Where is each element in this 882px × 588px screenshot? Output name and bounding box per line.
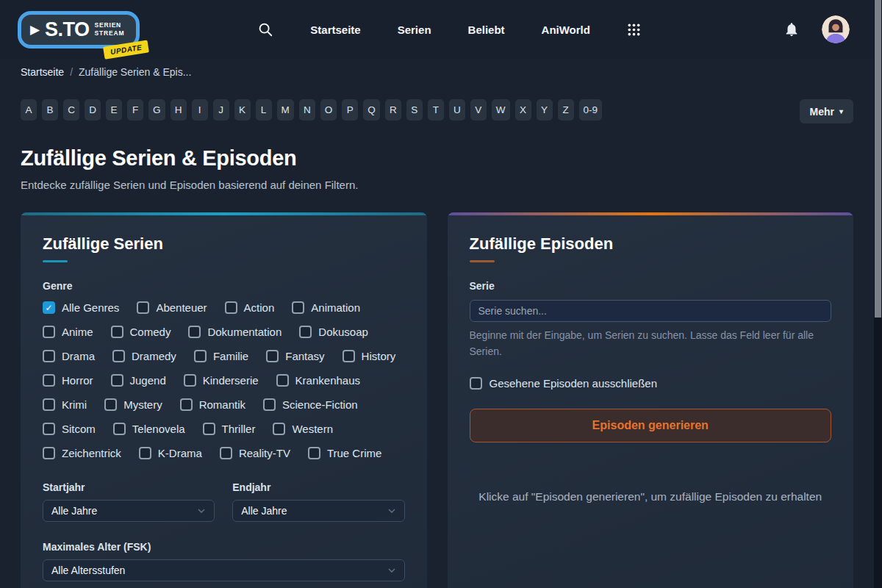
genre-checkbox-fantasy[interactable]: Fantasy	[266, 350, 324, 362]
breadcrumb-separator: /	[70, 66, 73, 78]
alphabet-button-g[interactable]: G	[148, 99, 165, 121]
nav-item-startseite[interactable]: Startseite	[310, 24, 360, 36]
genre-label: Genre	[43, 280, 405, 292]
genre-checkbox-jugend[interactable]: Jugend	[111, 374, 166, 387]
genre-checkbox-familie[interactable]: Familie	[194, 350, 248, 362]
checkbox-box	[225, 301, 237, 314]
alphabet-button-r[interactable]: R	[385, 99, 401, 121]
genre-checkbox-k-drama[interactable]: K-Drama	[139, 447, 202, 459]
genre-checkbox-krankenhaus[interactable]: Krankenhaus	[276, 374, 360, 387]
genre-checkbox-science-fiction[interactable]: Science-Fiction	[263, 398, 358, 411]
generate-episodes-button[interactable]: Episoden generieren	[470, 409, 832, 442]
checkbox-box	[43, 398, 55, 411]
alphabet-button-i[interactable]: I	[192, 99, 208, 121]
checkbox-box	[203, 423, 215, 435]
search-icon[interactable]	[257, 21, 273, 37]
alphabet-button-c[interactable]: C	[63, 99, 79, 121]
alphabet-button-m[interactable]: M	[277, 99, 294, 121]
alphabet-button-f[interactable]: F	[127, 99, 143, 121]
alphabet-button-e[interactable]: E	[106, 99, 122, 121]
genre-checkbox-history[interactable]: History	[343, 350, 396, 362]
alphabet-button-n[interactable]: N	[299, 99, 315, 121]
genre-checkbox-comedy[interactable]: Comedy	[111, 326, 171, 338]
genre-checkbox-zeichentrick[interactable]: Zeichentrick	[43, 447, 121, 459]
episodes-title-underline	[470, 260, 495, 262]
alphabet-button-q[interactable]: Q	[363, 99, 380, 121]
exclude-watched-checkbox[interactable]: Gesehene Episoden ausschließen	[470, 377, 832, 390]
page-subtitle: Entdecke zufällige Serien und Episoden b…	[21, 179, 853, 191]
startjahr-select[interactable]: Alle Jahre	[43, 500, 215, 522]
alphabet-button-x[interactable]: X	[515, 99, 531, 121]
series-card-title: Zufällige Serien	[43, 234, 405, 254]
chevron-down-icon	[387, 567, 396, 573]
genre-checkbox-true-crime[interactable]: True Crime	[308, 447, 381, 459]
genre-checkbox-krimi[interactable]: Krimi	[43, 398, 87, 411]
alphabet-button-0-9[interactable]: 0-9	[579, 99, 603, 121]
checkbox-box	[263, 398, 276, 411]
nav-item-serien[interactable]: Serien	[398, 24, 431, 36]
breadcrumb: Startseite / Zufällige Serien & Epis...	[21, 66, 853, 78]
chevron-down-icon: ▾	[839, 107, 843, 115]
genre-checkbox-mystery[interactable]: Mystery	[104, 398, 162, 411]
years-grid: Startjahr Alle Jahre Endjahr Alle Jahre	[43, 481, 405, 522]
episodes-empty-state-text: Klicke auf "Episoden generieren", um zuf…	[478, 488, 823, 505]
checkbox-box	[43, 423, 55, 435]
genre-checkbox-abenteuer[interactable]: Abenteuer	[137, 301, 207, 314]
apps-grid-icon[interactable]	[627, 23, 641, 37]
checkbox-box	[113, 423, 126, 435]
genre-checkbox-animation[interactable]: Animation	[292, 301, 360, 314]
genre-checkbox-telenovela[interactable]: Telenovela	[113, 423, 185, 435]
genre-checkbox-dokusoap[interactable]: Dokusoap	[299, 326, 368, 338]
fsk-select[interactable]: Alle Altersstufen	[43, 559, 405, 581]
nav-item-beliebt[interactable]: Beliebt	[468, 24, 505, 36]
alphabet-button-a[interactable]: A	[21, 99, 37, 121]
random-series-card: Zufällige Serien Genre ✓Alle GenresAbent…	[21, 212, 427, 588]
checkbox-box	[139, 447, 151, 459]
alphabet-button-b[interactable]: B	[42, 99, 58, 121]
checkbox-box	[343, 350, 355, 362]
breadcrumb-home[interactable]: Startseite	[21, 66, 64, 78]
checkbox-box	[194, 350, 207, 362]
genre-checkbox-dramedy[interactable]: Dramedy	[112, 350, 176, 362]
genre-checkbox-alle-genres[interactable]: ✓Alle Genres	[43, 301, 119, 314]
site-logo[interactable]: ▶ S.TO SERIEN STREAM UPDATE	[18, 11, 140, 49]
search-hint: Beginne mit der Eingabe, um Serien zu su…	[470, 328, 822, 359]
genre-checkbox-reality-tv[interactable]: Reality-TV	[220, 447, 290, 459]
page-scrollbar[interactable]	[874, 0, 882, 588]
more-button[interactable]: Mehr ▾	[800, 99, 853, 123]
chevron-down-icon	[387, 508, 396, 514]
scrollbar-thumb[interactable]	[875, 0, 881, 318]
alphabet-button-w[interactable]: W	[492, 99, 510, 121]
nav-item-aniworld[interactable]: AniWorld	[542, 24, 590, 36]
alphabet-button-z[interactable]: Z	[558, 99, 574, 121]
alphabet-button-p[interactable]: P	[342, 99, 358, 121]
user-avatar[interactable]	[822, 15, 850, 43]
series-title-underline	[43, 260, 68, 262]
checkbox-box: ✓	[43, 301, 55, 314]
genre-checkbox-anime[interactable]: Anime	[43, 326, 93, 338]
alphabet-button-u[interactable]: U	[449, 99, 465, 121]
genre-checkbox-sitcom[interactable]: Sitcom	[43, 423, 96, 435]
bell-icon[interactable]	[784, 21, 800, 37]
alphabet-button-d[interactable]: D	[85, 99, 101, 121]
alphabet-button-k[interactable]: K	[234, 99, 251, 121]
alphabet-button-s[interactable]: S	[406, 99, 423, 121]
endjahr-select[interactable]: Alle Jahre	[232, 500, 404, 522]
alphabet-button-y[interactable]: Y	[537, 99, 553, 121]
genre-checkbox-thriller[interactable]: Thriller	[203, 423, 256, 435]
serie-search-input[interactable]	[470, 300, 832, 322]
genre-checkbox-dokumentation[interactable]: Dokumentation	[188, 326, 282, 338]
genre-checkbox-western[interactable]: Western	[273, 423, 333, 435]
genre-checkbox-romantik[interactable]: Romantik	[180, 398, 245, 411]
alphabet-button-j[interactable]: J	[213, 99, 229, 121]
alphabet-button-h[interactable]: H	[171, 99, 187, 121]
checkbox-box	[266, 350, 279, 362]
alphabet-button-o[interactable]: O	[320, 99, 337, 121]
genre-checkbox-action[interactable]: Action	[225, 301, 275, 314]
alphabet-button-v[interactable]: V	[470, 99, 487, 121]
alphabet-button-t[interactable]: T	[428, 99, 444, 121]
genre-checkbox-kinderserie[interactable]: Kinderserie	[184, 374, 259, 387]
genre-checkbox-drama[interactable]: Drama	[43, 350, 95, 362]
genre-checkbox-horror[interactable]: Horror	[43, 374, 93, 387]
alphabet-button-l[interactable]: L	[256, 99, 272, 121]
